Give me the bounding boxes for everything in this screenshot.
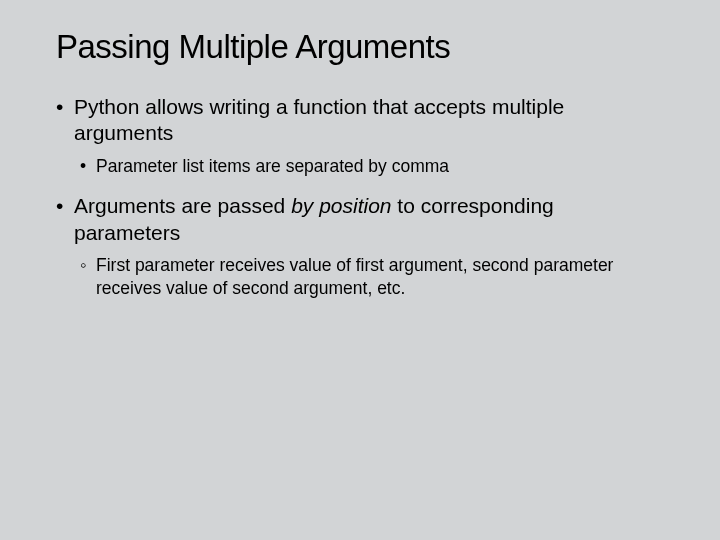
bullet-text: Parameter list items are separated by co… xyxy=(96,156,449,176)
bullet-text: Python allows writing a function that ac… xyxy=(74,95,564,144)
bullet-group-1: Python allows writing a function that ac… xyxy=(56,94,664,177)
bullet-level2: First parameter receives value of first … xyxy=(56,254,664,300)
slide: Passing Multiple Arguments Python allows… xyxy=(0,0,720,299)
bullet-level1: Arguments are passed by position to corr… xyxy=(56,193,664,246)
bullet-level1: Python allows writing a function that ac… xyxy=(56,94,664,147)
bullet-text-emphasis: by position xyxy=(291,194,391,217)
slide-title: Passing Multiple Arguments xyxy=(56,28,664,66)
bullet-text-pre: Arguments are passed xyxy=(74,194,291,217)
bullet-group-2: Arguments are passed by position to corr… xyxy=(56,193,664,299)
bullet-level2: Parameter list items are separated by co… xyxy=(56,155,664,178)
bullet-text: First parameter receives value of first … xyxy=(96,255,613,298)
